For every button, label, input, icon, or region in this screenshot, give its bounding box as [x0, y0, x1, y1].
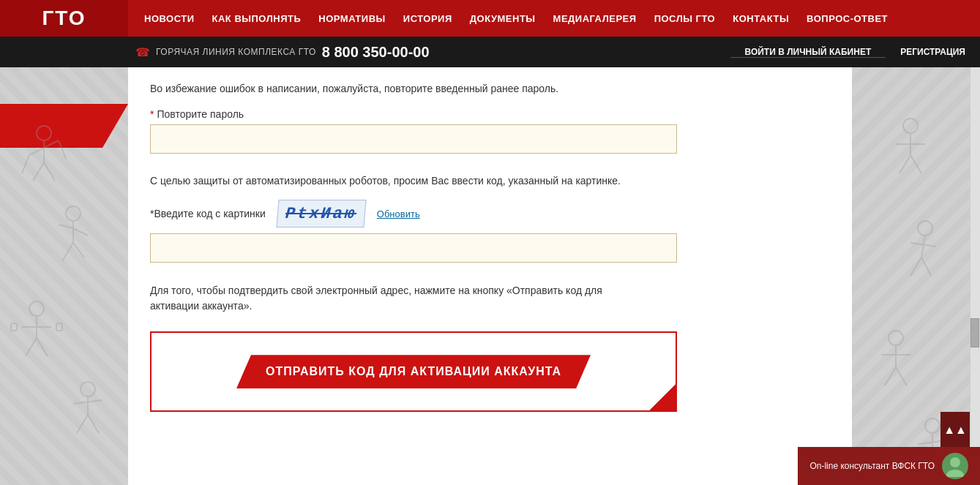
- svg-line-4: [33, 162, 44, 181]
- phone-icon: ☎: [135, 45, 150, 59]
- svg-point-46: [950, 457, 960, 467]
- svg-line-25: [88, 415, 99, 433]
- register-link[interactable]: РЕГИСТРАЦИЯ: [886, 47, 980, 57]
- nav-media[interactable]: МЕДИАГАЛЕРЕЯ: [545, 13, 646, 24]
- submit-activation-button[interactable]: ОТПРАВИТЬ КОД ДЛЯ АКТИВАЦИИ АККАУНТА: [236, 355, 591, 388]
- scroll-up-icon: ▲▲: [943, 424, 967, 437]
- main-wrapper: Во избежание ошибок в написании, пожалуй…: [0, 67, 980, 485]
- consultant-badge[interactable]: On-line консультант ВФСК ГТО: [798, 447, 980, 485]
- repeat-password-input[interactable]: [150, 124, 677, 154]
- nav-contacts[interactable]: КОНТАКТЫ: [724, 13, 798, 24]
- svg-line-24: [77, 415, 88, 433]
- consultant-avatar: [942, 453, 968, 479]
- svg-line-13: [73, 243, 84, 257]
- svg-line-30: [910, 155, 921, 173]
- top-left-banner: [0, 104, 128, 148]
- hotline-info: ☎ ГОРЯЧАЯ ЛИНИЯ КОМПЛЕКСА ГТО 8 800 350-…: [128, 44, 730, 61]
- svg-line-23: [73, 400, 102, 404]
- nav-ambassadors[interactable]: ПОСЛЫ ГТО: [646, 13, 725, 24]
- captcha-description: С целью защиты от автоматизированных роб…: [150, 174, 823, 189]
- activation-description: Для того, чтобы подтвердить свой электро…: [150, 283, 823, 314]
- nav-links-container: НОВОСТИ КАК ВЫПОЛНЯТЬ НОРМАТИВЫ ИСТОРИЯ …: [128, 13, 897, 24]
- svg-line-32: [921, 236, 925, 257]
- svg-point-21: [81, 382, 95, 396]
- svg-line-5: [44, 162, 55, 181]
- hotline-prefix: ГОРЯЧАЯ ЛИНИЯ КОМПЛЕКСА ГТО: [156, 47, 316, 57]
- svg-line-17: [26, 338, 37, 356]
- required-star: *: [150, 108, 154, 120]
- content-area: Во избежание ошибок в написании, пожалуй…: [128, 67, 852, 485]
- svg-line-33: [910, 243, 936, 247]
- svg-line-39: [885, 367, 896, 386]
- nav-how[interactable]: КАК ВЫПОЛНЯТЬ: [203, 13, 310, 24]
- svg-rect-19: [11, 323, 17, 331]
- nav-docs[interactable]: ДОКУМЕНТЫ: [461, 13, 545, 24]
- captcha-refresh-link[interactable]: Обновить: [377, 208, 420, 219]
- svg-line-18: [37, 338, 48, 356]
- svg-point-36: [889, 331, 903, 345]
- repeat-password-field-label: *Повторите пароль: [150, 108, 823, 120]
- scrollbar-thumb[interactable]: [970, 318, 979, 347]
- svg-rect-20: [56, 323, 62, 331]
- scrollbar-track: [970, 67, 980, 485]
- nav-news[interactable]: НОВОСТИ: [135, 13, 203, 24]
- svg-line-6: [22, 155, 29, 173]
- auth-links: ВОЙТИ В ЛИЧНЫЙ КАБИНЕТ РЕГИСТРАЦИЯ: [730, 47, 980, 58]
- svg-line-12: [62, 243, 73, 261]
- repeat-password-section: Во избежание ошибок в написании, пожалуй…: [150, 82, 823, 154]
- consultant-label: On-line консультант ВФСК ГТО: [809, 461, 935, 471]
- svg-line-10: [59, 225, 73, 228]
- svg-point-26: [903, 119, 918, 133]
- svg-point-41: [925, 418, 940, 433]
- captcha-image: РtхИаю: [276, 200, 366, 228]
- logo[interactable]: ГТО: [0, 0, 128, 37]
- captcha-field-label: *Введите код с картинки: [150, 208, 266, 219]
- scroll-up-button[interactable]: ▲▲: [940, 412, 970, 448]
- svg-line-11: [73, 228, 88, 236]
- svg-line-2: [29, 148, 44, 155]
- svg-point-14: [29, 301, 44, 316]
- nav-faq[interactable]: ВОПРОС-ОТВЕТ: [798, 13, 897, 24]
- svg-point-8: [66, 206, 81, 221]
- svg-line-35: [921, 257, 931, 276]
- top-navigation: ГТО НОВОСТИ КАК ВЫПОЛНЯТЬ НОРМАТИВЫ ИСТО…: [0, 0, 980, 37]
- svg-point-47: [946, 470, 964, 477]
- activation-section: Для того, чтобы подтвердить свой электро…: [150, 283, 823, 412]
- captcha-section: С целью защиты от автоматизированных роб…: [150, 174, 823, 263]
- logo-text: ГТО: [42, 7, 86, 30]
- left-sidebar: [0, 67, 128, 485]
- svg-point-31: [918, 221, 932, 236]
- hotline-phone: 8 800 350-00-00: [322, 44, 430, 61]
- svg-line-34: [910, 257, 921, 276]
- captcha-input[interactable]: [150, 233, 677, 263]
- captcha-row: *Введите код с картинки РtхИаю Обновить: [150, 200, 823, 228]
- repeat-password-description: Во избежание ошибок в написании, пожалуй…: [150, 82, 823, 97]
- nav-history[interactable]: ИСТОРИЯ: [394, 13, 461, 24]
- nav-norms[interactable]: НОРМАТИВЫ: [310, 13, 394, 24]
- svg-line-40: [896, 367, 907, 386]
- login-link[interactable]: ВОЙТИ В ЛИЧНЫЙ КАБИНЕТ: [730, 47, 886, 58]
- submit-button-container: ОТПРАВИТЬ КОД ДЛЯ АКТИВАЦИИ АККАУНТА: [150, 331, 677, 412]
- hotline-bar: ☎ ГОРЯЧАЯ ЛИНИЯ КОМПЛЕКСА ГТО 8 800 350-…: [0, 37, 980, 67]
- svg-line-29: [899, 155, 910, 173]
